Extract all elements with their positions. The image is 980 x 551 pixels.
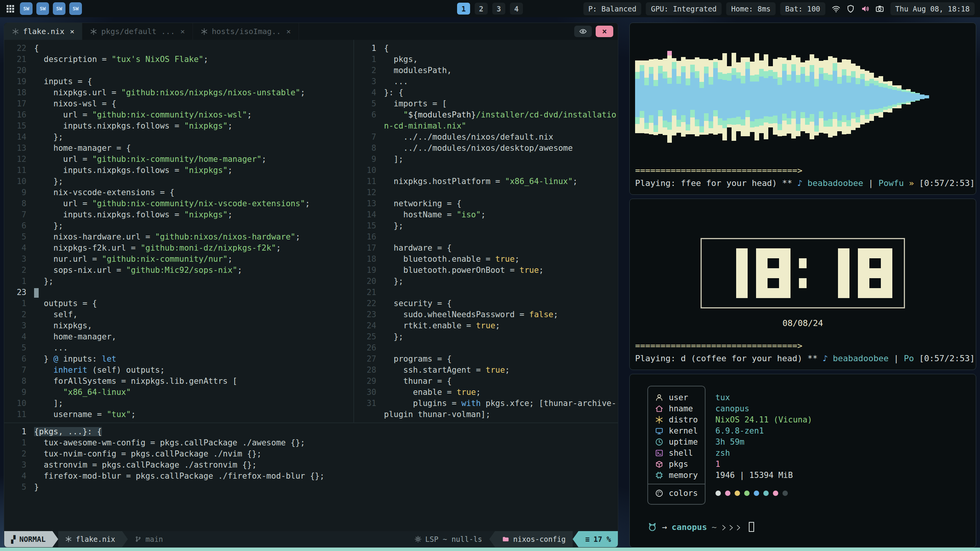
launcher-icon[interactable] [5,4,15,14]
palette-icon [655,489,663,497]
network-icon[interactable] [831,4,841,13]
status-pill: Bat: 100 [780,2,825,15]
code-line: 4 firefox-mod-blur = pkgs.callPackage ./… [4,471,618,482]
clock-terminal-window[interactable]: 08/08/24 ===============================… [629,199,976,370]
workspace-tag[interactable]: SW [69,2,82,15]
prompt-hostname: canopus [671,522,707,532]
code-line: 11 inputs.nixpkgs.follows = "nixpkgs"; [4,165,353,176]
code-line: 16 url = "github:nix-community/nixos-wsl… [4,109,353,121]
workspace-button-2[interactable]: 2 [475,3,488,15]
waveform [635,51,929,143]
workspace-button-3[interactable]: 3 [492,3,505,15]
snowflake-icon [201,28,208,35]
screenshot-icon[interactable] [875,4,884,13]
fetch-value: 6.9.8-zen1 [715,425,812,436]
workspace-button-4[interactable]: 4 [510,3,523,15]
status-pill: P: Balanced [583,2,642,15]
buffer-tabline: flake.nix×pkgs/default ...×hosts/isoImag… [4,23,618,40]
fetch-row: pkgs [655,458,698,469]
code-line: 10 }; [4,176,353,187]
close-window-button[interactable]: × [596,26,613,37]
fetch-value: 3h 59m [715,436,812,447]
code-line: 19 inputs = { [4,76,353,87]
code-line: 12 url = "github:nix-community/home-mana… [4,154,353,165]
shell-prompt[interactable]: →canopus~ [647,522,754,532]
terminal-color-dots [715,491,788,496]
fetch-values: tuxcanopusNixOS 24.11 (Vicuna)6.9.8-zen1… [715,386,812,499]
code-line: 26 [354,342,618,354]
code-line: 3 astronvim = pkgs.callPackage ./astronv… [4,460,618,471]
shield-icon[interactable] [846,4,855,13]
fetch-row: uptime [655,436,698,447]
taglist: SWSWSWSW [5,2,82,15]
fetch-value: 1 [715,458,812,469]
workspace-button-1[interactable]: 1 [457,3,470,15]
system-fetch-window[interactable]: userhnamedistrokerneluptimeshellpkgsmemo… [629,374,976,548]
tab-close-icon[interactable]: × [286,27,291,36]
chevron-icon [736,523,743,530]
buffer-tab[interactable]: flake.nix× [4,23,82,40]
buffer-tab[interactable]: pkgs/default ...× [82,23,193,40]
code-pane-flake[interactable]: 22{21 description = "tux's NixOS Flake";… [4,40,353,422]
code-pane-iso[interactable]: 1{1 pkgs,2 modulesPath,3 ...4}: {5 impor… [354,40,618,422]
lsp-status: LSP ~ null-ls [408,531,489,547]
code-line: 30 enable = true; [354,387,618,398]
audio-visualizer-window[interactable]: ================================> Playin… [629,23,976,195]
code-line: 3 ... [354,76,618,87]
tab-close-icon[interactable]: × [180,27,185,36]
eye-icon [579,28,587,35]
fetch-row: memory [655,469,698,481]
code-line: 10 [354,165,618,176]
gear-icon [415,536,421,543]
code-line: 25 }; [354,331,618,342]
fetch-row: kernel [655,425,698,436]
house-icon [655,404,663,413]
status-pill: GPU: Integrated [646,2,722,15]
code-line: 15 inputs.nixpkgs.follows = "nixpkgs"; [4,121,353,132]
code-line: 24 rtkit.enable = true; [354,320,618,331]
chevron-icon [728,523,735,530]
code-line: 11 username = "tux"; [4,409,353,420]
workspace-tag[interactable]: SW [53,2,65,15]
code-line: 5 ... [4,342,353,354]
code-line: 27 programs = { [354,354,618,365]
code-line: 3 nur.url = "github:nix-community/nur"; [4,254,353,265]
terminal-cursor [749,522,754,532]
code-line: 9 ]; [354,154,618,165]
tab-close-icon[interactable]: × [70,27,74,36]
fetch-row: distro [655,414,698,425]
code-line: 2 tux-nvim-config = pkgs.callPackage ./n… [4,448,618,460]
fetch-value: tux [715,392,812,403]
snowflake-icon [90,28,97,35]
code-line: 18 nixpkgs.url = "github:nixos/nixpkgs/n… [4,87,353,98]
workspace-tag[interactable]: SW [20,2,33,15]
code-line: 2 modulesPath, [354,65,618,76]
branch-icon [135,536,142,543]
snowflake-icon [12,28,19,35]
status-pill: Home: 8ms [726,2,776,15]
workspace-tag[interactable]: SW [36,2,49,15]
snowflake-icon [655,416,663,424]
nix-snowflake-icon [65,536,72,543]
code-line: 17 hardware = { [354,243,618,254]
code-line: 6 } @ inputs: let [4,354,353,365]
digital-clock [701,238,905,308]
person-icon [655,393,663,402]
code-line: 1 outputs = { [4,298,353,309]
toggle-view-button[interactable] [574,26,592,37]
buffer-tab[interactable]: hosts/isoImag..× [193,23,299,40]
code-line: 23 [4,287,353,298]
code-line: 8 ../../modules/nixos/desktop/awesome [354,143,618,154]
code-line: plugin thunar-volman]; [354,409,618,420]
project-name: nixos-config [495,531,573,547]
code-pane-overlay[interactable]: 1{pkgs, ...}: {1 tux-awesome-wm-config =… [4,423,618,531]
fetch-value: canopus [715,403,812,414]
code-line: 28 ssh.startAgent = true; [354,365,618,376]
code-line: 6 }; [4,220,353,231]
volume-icon[interactable] [861,4,870,13]
code-line: 21 description = "tux's NixOS Flake"; [4,54,353,65]
separator-line: ================================> [635,341,970,351]
code-line: 20 }; [354,276,618,287]
scroll-percent: ≡17 % [578,531,618,547]
code-line: 5 nixos-hardware.url = "github:nixos/nix… [4,231,353,243]
